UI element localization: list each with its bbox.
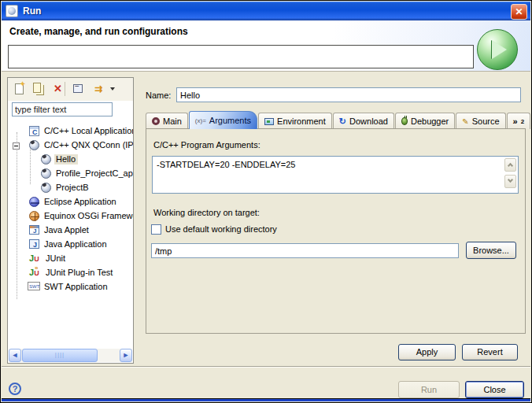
config-tabbar: Main Arguments Environment Download Debu…: [146, 111, 526, 129]
program-arguments-textarea[interactable]: -STARTDELAY=20 -ENDDELAY=25: [152, 156, 519, 194]
run-dialog-window: Run ✕ Create, manage, and run configurat…: [0, 0, 532, 403]
dropdown-arrow-icon[interactable]: [110, 87, 115, 91]
tree-item-label: C/C++ Local Application: [42, 126, 133, 136]
footer-separator: [2, 366, 530, 368]
tree-item[interactable]: C/C++ Local Application: [8, 124, 133, 139]
use-default-label: Use default working directory: [165, 224, 277, 234]
eclipse-app-icon: [29, 197, 39, 207]
window-title: Run: [23, 6, 41, 17]
tree-item-label: Eclipse Application: [42, 197, 119, 207]
program-arguments-value: -STARTDELAY=20 -ENDDELAY=25: [157, 160, 295, 169]
dialog-header: Create, manage, and run configurations: [2, 20, 530, 72]
tree-item-label: Java Applet: [42, 225, 91, 235]
tab-label: Arguments: [209, 116, 251, 125]
toolbar-separator: [65, 82, 65, 96]
message-area: [8, 45, 474, 68]
debugger-tab-icon: [401, 117, 408, 125]
tree-horizontal-scrollbar[interactable]: ◄ ►: [9, 349, 132, 362]
collapse-window-icon: [73, 84, 83, 93]
arguments-tab-icon: [195, 117, 206, 124]
revert-button[interactable]: Revert: [462, 344, 518, 360]
working-directory-label: Working directory on target:: [153, 208, 260, 217]
title-bar[interactable]: Run ✕: [2, 2, 530, 20]
tab-label: Main: [163, 116, 182, 126]
tab-label: Debugger: [411, 116, 449, 126]
tree-item-label: Hello: [54, 154, 78, 165]
tab-download[interactable]: Download: [333, 113, 394, 129]
tree-item-label: SWT Application: [42, 282, 110, 292]
tree-item[interactable]: ProjectB: [8, 181, 133, 195]
java-app-icon: [29, 239, 39, 249]
main-tab-icon: [152, 117, 160, 125]
new-launch-config-icon[interactable]: [11, 81, 28, 98]
new-page-icon: [15, 83, 24, 94]
tree-item[interactable]: C/C++ QNX QConn (IP: [8, 139, 133, 153]
tree-item-label: JUnit: [44, 253, 68, 264]
scroll-right-icon[interactable]: ►: [120, 349, 132, 362]
tree-item[interactable]: Java Applet: [8, 224, 133, 238]
help-icon[interactable]: ?: [9, 383, 21, 395]
qnx-qconn-icon: [41, 168, 51, 179]
tab-overflow[interactable]: »2: [507, 113, 531, 129]
filter-input[interactable]: [12, 102, 113, 116]
window-bottom-border: [2, 398, 530, 401]
tab-environment[interactable]: Environment: [258, 113, 332, 129]
equinox-osgi-icon: [29, 211, 39, 221]
source-tab-icon: [462, 117, 468, 126]
delete-icon[interactable]: ✕: [50, 81, 66, 98]
tree-item[interactable]: JUnit: [8, 252, 133, 266]
collapse-expander-icon[interactable]: [13, 142, 20, 150]
tree-item[interactable]: Java Application: [8, 238, 133, 252]
tab-label: Environment: [277, 116, 326, 126]
browse-button[interactable]: Browse...: [466, 242, 516, 259]
tab-label: Source: [472, 116, 500, 126]
run-button[interactable]: Run: [398, 381, 460, 398]
configurations-tree: C/C++ Local Application C/C++ QNX QConn …: [8, 123, 133, 349]
java-applet-icon: [29, 225, 39, 235]
tree-item-selected[interactable]: Hello: [8, 153, 133, 167]
environment-tab-icon: [264, 118, 274, 125]
tree-item-label: JUnit Plug-in Test: [44, 268, 115, 278]
tree-item[interactable]: » JUnit Plug-in Test: [8, 266, 133, 280]
tab-debugger[interactable]: Debugger: [395, 113, 455, 129]
run-banner-icon: [477, 29, 518, 70]
qnx-qconn-icon: [41, 183, 51, 193]
config-toolbar: ✕ ⇉: [8, 78, 133, 101]
duplicate-icon[interactable]: [31, 81, 47, 98]
tree-item-label: Equinox OSGi Framewo: [42, 211, 133, 221]
chevron-overflow-icon: »: [513, 116, 518, 126]
filter-icon[interactable]: ⇉: [90, 81, 106, 98]
c-local-app-icon: [29, 126, 39, 136]
tree-item-label: Java Application: [42, 239, 109, 250]
use-default-checkbox[interactable]: [151, 224, 161, 235]
copy-pages-icon: [33, 83, 41, 93]
close-button[interactable]: Close: [465, 381, 524, 398]
download-tab-icon: [339, 116, 346, 127]
textarea-scrollbar[interactable]: [504, 158, 516, 191]
configurations-panel: ✕ ⇉ C/C++ Local Application C/C++ QNX QC…: [7, 77, 134, 364]
tab-source[interactable]: Source: [456, 113, 505, 129]
scrollbar-thumb[interactable]: [22, 349, 98, 362]
qnx-qconn-icon: [41, 154, 51, 165]
tree-item[interactable]: SWT Application: [8, 280, 133, 294]
collapse-all-icon[interactable]: [70, 81, 87, 98]
tree-item[interactable]: Equinox OSGi Framewo: [8, 209, 133, 224]
close-icon[interactable]: ✕: [511, 4, 527, 20]
apply-button[interactable]: Apply: [398, 344, 456, 360]
working-directory-field[interactable]: [151, 243, 459, 258]
tree-item[interactable]: Profile_ProjectC_ap: [8, 167, 133, 181]
scroll-left-icon[interactable]: ◄: [9, 349, 21, 362]
scroll-down-icon[interactable]: [504, 175, 516, 188]
tab-main[interactable]: Main: [146, 113, 188, 129]
tab-label: Download: [349, 116, 388, 126]
name-field[interactable]: [176, 87, 521, 102]
tree-item-label: ProjectB: [54, 183, 91, 193]
qnx-qconn-icon: [29, 140, 39, 150]
tab-arguments[interactable]: Arguments: [189, 111, 257, 129]
dialog-headline: Create, manage, and run configurations: [9, 26, 188, 37]
tree-item-label: Profile_ProjectC_ap: [54, 168, 133, 179]
junit-icon: [29, 253, 40, 264]
scroll-up-icon[interactable]: [504, 158, 516, 172]
tree-item-label: C/C++ QNX QConn (IP: [42, 140, 133, 150]
tree-item[interactable]: Eclipse Application: [8, 195, 133, 209]
